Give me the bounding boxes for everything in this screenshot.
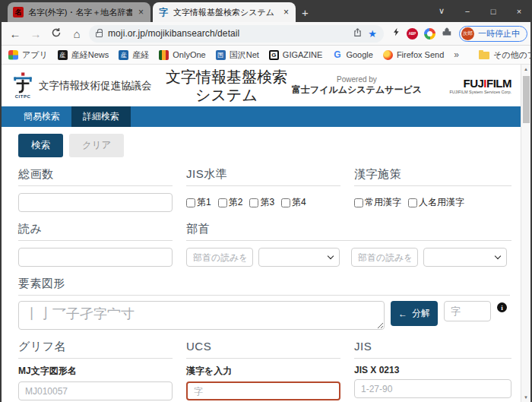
home-icon[interactable]: ⌂ [68,27,85,40]
bookmark-onlyone[interactable]: OnlyOne [159,50,205,60]
mj-glyph-input[interactable] [18,381,173,400]
back-icon[interactable]: ← [7,27,24,40]
forward-icon[interactable]: → [27,27,44,40]
tab1-favicon-icon: 名 [13,7,24,17]
element-row: ←分解 i [18,301,510,330]
checkbox[interactable] [249,198,258,207]
info-icon[interactable]: i [497,302,507,312]
other-bookmarks[interactable]: その他のブックマーク [479,49,532,61]
bookmark-gigazine[interactable]: G GIGAZINE [269,50,323,60]
jis-level-4[interactable]: 第4 [281,196,306,209]
folder-icon [479,52,489,59]
radical-select-1[interactable] [258,248,340,267]
kanji-policy-heading: 漢字施策 [354,167,511,186]
window-controls: ∨ − □ × [429,0,532,22]
close-tab-icon[interactable]: × [282,7,290,17]
scroll-up-icon[interactable]: ▲ [521,67,530,71]
url-text[interactable]: moji.or.jp/mojikibansearch/detail [108,28,347,39]
fujifilm-logo: FUJIFILM FUJIFILM System Services Corp. [432,77,511,94]
window-menu-icon[interactable]: ∨ [429,0,454,22]
avatar: 次郎 [461,27,474,40]
checkbox[interactable] [354,198,363,207]
gigazine-icon: G [269,50,279,60]
bookmark-label: 産経 [132,49,149,61]
tab-detail-search[interactable]: 詳細検索 [71,106,131,127]
profile-chip[interactable]: 次郎 一時停止中 [459,26,527,42]
radical-select-2[interactable] [423,248,507,267]
bookmark-apps[interactable]: アプリ [8,49,48,61]
minimize-icon[interactable]: − [454,0,480,22]
checkbox[interactable] [281,198,290,207]
tab-title: 名字(外字)・名字＋地名辞書総合 [28,7,132,18]
bolt-extension-icon[interactable] [392,27,401,40]
bookmarks-overflow-icon[interactable]: » [454,49,459,60]
bookmark-firefox-send[interactable]: Firefox Send [383,50,444,60]
scrollbar-thumb[interactable] [523,76,530,123]
glyph-heading: グリフ名 [18,340,173,359]
kanji-input[interactable] [186,381,340,400]
reading-heading: 読み [18,222,173,241]
jis-level-1[interactable]: 第1 [186,196,211,209]
bookmark-kunisawa[interactable]: 国 国沢Net [216,49,259,61]
lock-icon[interactable] [96,32,103,37]
jisx0213-input[interactable] [354,379,511,398]
colorwheel-extension-icon[interactable] [424,28,435,40]
bookmark-label: 産経News [71,49,109,61]
reload-icon[interactable] [48,27,65,40]
address-bar[interactable]: moji.or.jp/mojikibansearch/detail ★ [89,25,384,43]
share-icon[interactable] [353,27,363,40]
bookmarks-bar: アプリ 産 産経News 産 産経 OnlyOne 国 国沢Net G GIGA… [2,46,530,65]
element-textarea[interactable] [18,301,385,330]
jinmeiyo-kanji[interactable]: 人名用漢字 [408,196,464,209]
decompose-char-input[interactable] [444,301,491,321]
bookmark-star-icon[interactable]: ★ [368,28,377,40]
bookmark-sankei[interactable]: 産 産経 [119,49,149,61]
checkbox-label: 第2 [229,196,243,209]
tab-simple-search[interactable]: 簡易検索 [12,106,71,127]
checkbox[interactable] [218,198,227,207]
firefox-send-icon [383,50,393,60]
jis-level-heading: JIS水準 [186,167,340,186]
browser-tab-1[interactable]: 名 名字(外字)・名字＋地名辞書総合 × [8,2,150,22]
reading-input[interactable] [18,248,173,267]
apps-grid-icon [8,50,18,60]
extensions-puzzle-icon[interactable] [442,27,452,40]
close-tab-icon[interactable]: × [137,7,145,17]
browser-window: 名 名字(外字)・名字＋地名辞書総合 × 字 文字情報基盤検索システム × + … [0,0,532,402]
new-tab-button[interactable]: + [302,6,309,19]
adblock-extension-icon[interactable]: ABP [407,28,418,40]
sankei-news-icon: 産 [58,50,68,60]
mj-glyph-label: MJ文字図形名 [18,365,173,378]
tab-strip: 名 名字(外字)・名字＋地名辞書総合 × 字 文字情報基盤検索システム × + … [0,0,532,22]
browser-tab-2-active[interactable]: 字 文字情報基盤検索システム × [153,2,296,22]
search-button[interactable]: 検索 [18,134,63,157]
jis-level-3[interactable]: 第3 [249,196,274,209]
close-window-icon[interactable]: × [506,0,532,22]
checkbox-label: 第4 [292,196,306,209]
powered-by-name: 富士フイルムシステムサービス [292,84,422,97]
citpc-logo[interactable]: CITPC 文字情報技術促進協議会 [12,72,161,99]
checkbox[interactable] [186,198,195,207]
jis-level-2[interactable]: 第2 [218,196,243,209]
site-title: 文字情報基盤検索システム [161,68,292,104]
checkbox[interactable] [408,198,417,207]
left-arrow-icon: ← [398,309,407,319]
chevron-down-icon [495,253,501,259]
strokes-input[interactable] [18,193,173,212]
maximize-icon[interactable]: □ [480,0,506,22]
jis-level-checkboxes: 第1 第2 第3 第4 [186,193,340,212]
radical-reading-input-1[interactable] [186,248,253,267]
scroll-down-icon[interactable]: ▼ [521,395,530,400]
bookmark-label: Firefox Send [397,50,444,59]
bookmark-label: アプリ [22,49,48,61]
decompose-button[interactable]: ←分解 [391,301,438,326]
bookmark-sankei-news[interactable]: 産 産経News [58,49,109,61]
page-scrollbar[interactable]: ▲ ▼ [521,65,530,402]
bookmark-google[interactable]: G Google [332,50,372,60]
joyo-kanji[interactable]: 常用漢字 [354,196,401,209]
bookmark-label: GIGAZINE [283,50,323,59]
radical-reading-input-2[interactable] [351,248,418,267]
jisx0213-label: JIS X 0213 [354,365,511,375]
citpc-glyph-icon [12,72,33,93]
clear-button[interactable]: クリア [69,134,124,157]
